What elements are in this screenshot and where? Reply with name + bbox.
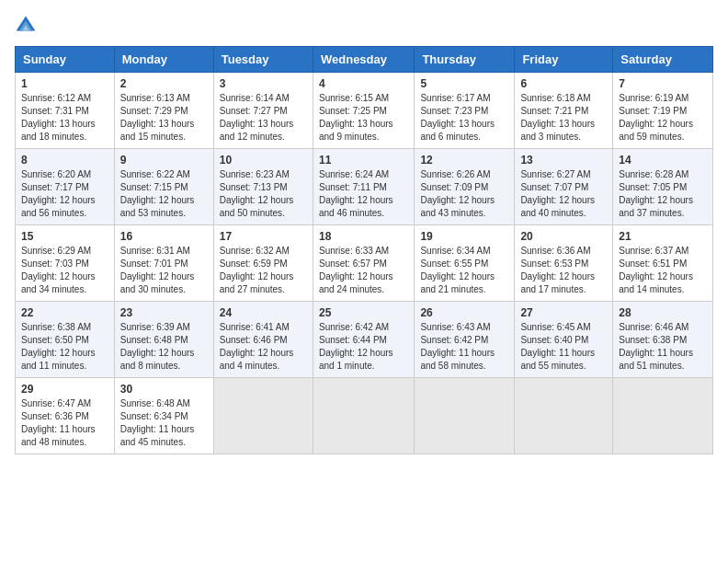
calendar-week-row: 8Sunrise: 6:20 AMSunset: 7:17 PMDaylight… [16, 149, 713, 225]
day-info: Sunrise: 6:20 AMSunset: 7:17 PMDaylight:… [21, 168, 108, 220]
day-number: 17 [220, 230, 307, 243]
calendar-day-cell: 23Sunrise: 6:39 AMSunset: 6:48 PMDayligh… [114, 302, 213, 378]
day-info: Sunrise: 6:42 AMSunset: 6:44 PMDaylight:… [319, 321, 408, 373]
day-info: Sunrise: 6:36 AMSunset: 6:53 PMDaylight:… [520, 245, 607, 296]
day-number: 2 [120, 77, 208, 90]
day-info: Sunrise: 6:37 AMSunset: 6:51 PMDaylight:… [619, 245, 707, 296]
day-number: 1 [21, 77, 108, 90]
day-info: Sunrise: 6:45 AMSunset: 6:40 PMDaylight:… [520, 321, 607, 373]
calendar-day-cell: 21Sunrise: 6:37 AMSunset: 6:51 PMDayligh… [613, 225, 713, 302]
day-number: 25 [319, 306, 408, 319]
day-header: Thursday [415, 47, 515, 73]
calendar-day-cell: 17Sunrise: 6:32 AMSunset: 6:59 PMDayligh… [213, 225, 313, 302]
day-info: Sunrise: 6:24 AMSunset: 7:11 PMDaylight:… [319, 168, 408, 220]
day-info: Sunrise: 6:27 AMSunset: 7:07 PMDaylight:… [520, 168, 607, 220]
day-info: Sunrise: 6:14 AMSunset: 7:27 PMDaylight:… [220, 92, 307, 144]
day-number: 27 [520, 306, 607, 319]
day-info: Sunrise: 6:12 AMSunset: 7:31 PMDaylight:… [21, 92, 108, 144]
calendar-day-cell: 2Sunrise: 6:13 AMSunset: 7:29 PMDaylight… [114, 73, 213, 149]
calendar-table: SundayMondayTuesdayWednesdayThursdayFrid… [15, 46, 713, 454]
calendar-week-row: 29Sunrise: 6:47 AMSunset: 6:36 PMDayligh… [16, 378, 713, 454]
calendar-day-cell: 6Sunrise: 6:18 AMSunset: 7:21 PMDaylight… [515, 73, 613, 149]
calendar-day-cell: 7Sunrise: 6:19 AMSunset: 7:19 PMDaylight… [613, 73, 713, 149]
day-info: Sunrise: 6:47 AMSunset: 6:36 PMDaylight:… [21, 397, 108, 449]
day-info: Sunrise: 6:15 AMSunset: 7:25 PMDaylight:… [319, 92, 408, 144]
day-info: Sunrise: 6:46 AMSunset: 6:38 PMDaylight:… [619, 321, 707, 373]
day-info: Sunrise: 6:48 AMSunset: 6:34 PMDaylight:… [120, 397, 208, 449]
calendar-day-cell [313, 378, 414, 454]
calendar-day-cell [415, 378, 515, 454]
calendar-day-cell: 1Sunrise: 6:12 AMSunset: 7:31 PMDaylight… [16, 73, 115, 149]
calendar-day-cell: 29Sunrise: 6:47 AMSunset: 6:36 PMDayligh… [16, 378, 115, 454]
day-info: Sunrise: 6:33 AMSunset: 6:57 PMDaylight:… [319, 245, 408, 296]
day-number: 6 [520, 77, 607, 90]
calendar-week-row: 1Sunrise: 6:12 AMSunset: 7:31 PMDaylight… [16, 73, 713, 149]
calendar-day-cell: 12Sunrise: 6:26 AMSunset: 7:09 PMDayligh… [415, 149, 515, 225]
calendar-week-row: 15Sunrise: 6:29 AMSunset: 7:03 PMDayligh… [16, 225, 713, 302]
day-header: Saturday [613, 47, 713, 73]
calendar-day-cell: 20Sunrise: 6:36 AMSunset: 6:53 PMDayligh… [515, 225, 613, 302]
day-number: 28 [619, 306, 707, 319]
calendar-day-cell: 10Sunrise: 6:23 AMSunset: 7:13 PMDayligh… [213, 149, 313, 225]
day-number: 14 [619, 154, 707, 167]
day-header: Monday [114, 47, 213, 73]
calendar-day-cell [515, 378, 613, 454]
day-number: 10 [220, 154, 307, 167]
logo-icon [15, 15, 37, 37]
day-number: 24 [220, 306, 307, 319]
calendar-day-cell: 26Sunrise: 6:43 AMSunset: 6:42 PMDayligh… [415, 302, 515, 378]
day-number: 21 [619, 230, 707, 243]
calendar-day-cell: 5Sunrise: 6:17 AMSunset: 7:23 PMDaylight… [415, 73, 515, 149]
day-info: Sunrise: 6:23 AMSunset: 7:13 PMDaylight:… [220, 168, 307, 220]
calendar-day-cell: 14Sunrise: 6:28 AMSunset: 7:05 PMDayligh… [613, 149, 713, 225]
day-info: Sunrise: 6:29 AMSunset: 7:03 PMDaylight:… [21, 245, 108, 296]
calendar-day-cell: 24Sunrise: 6:41 AMSunset: 6:46 PMDayligh… [213, 302, 313, 378]
day-header: Sunday [16, 47, 115, 73]
page-header [15, 15, 713, 37]
day-number: 26 [420, 306, 508, 319]
day-number: 18 [319, 230, 408, 243]
day-number: 9 [120, 154, 208, 167]
day-info: Sunrise: 6:19 AMSunset: 7:19 PMDaylight:… [619, 92, 707, 144]
day-number: 7 [619, 77, 707, 90]
calendar-day-cell: 27Sunrise: 6:45 AMSunset: 6:40 PMDayligh… [515, 302, 613, 378]
day-number: 12 [420, 154, 508, 167]
calendar-day-cell: 30Sunrise: 6:48 AMSunset: 6:34 PMDayligh… [114, 378, 213, 454]
day-info: Sunrise: 6:43 AMSunset: 6:42 PMDaylight:… [420, 321, 508, 373]
day-number: 20 [520, 230, 607, 243]
day-info: Sunrise: 6:26 AMSunset: 7:09 PMDaylight:… [420, 168, 508, 220]
calendar-header-row: SundayMondayTuesdayWednesdayThursdayFrid… [16, 47, 713, 73]
calendar-day-cell: 16Sunrise: 6:31 AMSunset: 7:01 PMDayligh… [114, 225, 213, 302]
calendar-day-cell: 15Sunrise: 6:29 AMSunset: 7:03 PMDayligh… [16, 225, 115, 302]
day-number: 8 [21, 154, 108, 167]
calendar-day-cell: 3Sunrise: 6:14 AMSunset: 7:27 PMDaylight… [213, 73, 313, 149]
day-info: Sunrise: 6:34 AMSunset: 6:55 PMDaylight:… [420, 245, 508, 296]
calendar-week-row: 22Sunrise: 6:38 AMSunset: 6:50 PMDayligh… [16, 302, 713, 378]
day-number: 13 [520, 154, 607, 167]
day-number: 29 [21, 383, 108, 396]
calendar-day-cell: 25Sunrise: 6:42 AMSunset: 6:44 PMDayligh… [313, 302, 414, 378]
day-info: Sunrise: 6:13 AMSunset: 7:29 PMDaylight:… [120, 92, 208, 144]
day-number: 3 [220, 77, 307, 90]
day-info: Sunrise: 6:41 AMSunset: 6:46 PMDaylight:… [220, 321, 307, 373]
calendar-day-cell: 4Sunrise: 6:15 AMSunset: 7:25 PMDaylight… [313, 73, 414, 149]
day-info: Sunrise: 6:38 AMSunset: 6:50 PMDaylight:… [21, 321, 108, 373]
day-number: 22 [21, 306, 108, 319]
day-number: 19 [420, 230, 508, 243]
day-number: 11 [319, 154, 408, 167]
day-header: Friday [515, 47, 613, 73]
calendar-day-cell [613, 378, 713, 454]
day-number: 16 [120, 230, 208, 243]
day-info: Sunrise: 6:31 AMSunset: 7:01 PMDaylight:… [120, 245, 208, 296]
calendar-day-cell: 9Sunrise: 6:22 AMSunset: 7:15 PMDaylight… [114, 149, 213, 225]
logo [15, 15, 40, 37]
calendar-day-cell: 13Sunrise: 6:27 AMSunset: 7:07 PMDayligh… [515, 149, 613, 225]
calendar-day-cell: 28Sunrise: 6:46 AMSunset: 6:38 PMDayligh… [613, 302, 713, 378]
calendar-day-cell: 22Sunrise: 6:38 AMSunset: 6:50 PMDayligh… [16, 302, 115, 378]
day-number: 5 [420, 77, 508, 90]
day-header: Tuesday [213, 47, 313, 73]
day-number: 30 [120, 383, 208, 396]
day-number: 4 [319, 77, 408, 90]
day-info: Sunrise: 6:39 AMSunset: 6:48 PMDaylight:… [120, 321, 208, 373]
calendar-day-cell: 19Sunrise: 6:34 AMSunset: 6:55 PMDayligh… [415, 225, 515, 302]
